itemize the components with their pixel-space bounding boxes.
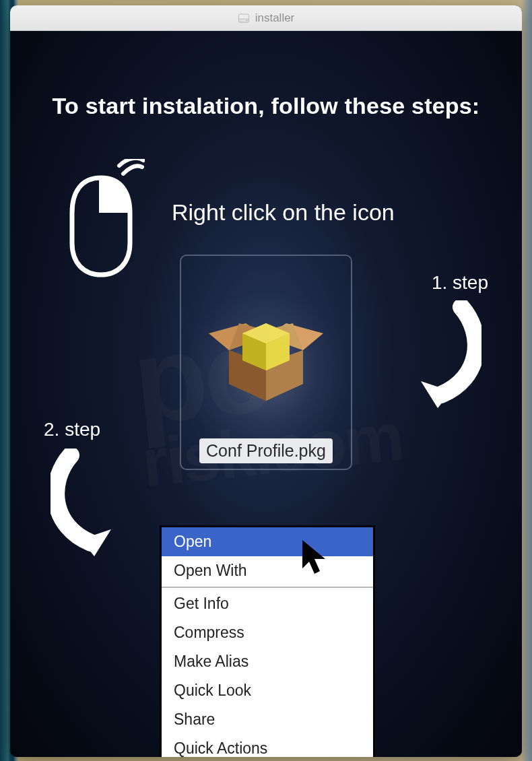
svg-point-2 <box>246 20 247 21</box>
titlebar[interactable]: installer <box>10 5 522 31</box>
menu-item-quick-look[interactable]: Quick Look <box>162 676 373 705</box>
page-heading: To start instalation, follow these steps… <box>10 93 522 119</box>
step-2-label: 2. step <box>44 419 100 440</box>
menu-item-quick-actions[interactable]: Quick Actions <box>162 734 373 757</box>
step-2-arrow-icon <box>51 449 145 556</box>
package-box-icon <box>195 286 337 428</box>
menu-item-get-info[interactable]: Get Info <box>162 589 373 618</box>
menu-item-open[interactable]: Open <box>162 527 373 556</box>
menu-item-compress[interactable]: Compress <box>162 618 373 647</box>
menu-separator <box>162 587 373 588</box>
menu-item-make-alias[interactable]: Make Alias <box>162 647 373 676</box>
title-group: installer <box>238 11 295 25</box>
instruction-text: Right click on the icon <box>172 199 395 226</box>
step-1-label: 1. step <box>432 272 488 294</box>
installer-window: installer pcrisk.com To start instalatio… <box>10 5 522 757</box>
menu-item-share[interactable]: Share <box>162 705 373 734</box>
package-icon-frame[interactable]: Conf Profile.pkg <box>180 255 352 470</box>
context-menu: Open Open With Get Info Compress Make Al… <box>160 525 375 757</box>
menu-item-open-with[interactable]: Open With <box>162 556 373 585</box>
step-1-arrow-icon <box>387 300 481 408</box>
window-title: installer <box>255 11 295 25</box>
disk-icon <box>238 12 250 24</box>
mouse-right-click-icon <box>57 159 145 280</box>
package-filename-label: Conf Profile.pkg <box>199 438 333 463</box>
content-area: pcrisk.com To start instalation, follow … <box>10 31 522 757</box>
